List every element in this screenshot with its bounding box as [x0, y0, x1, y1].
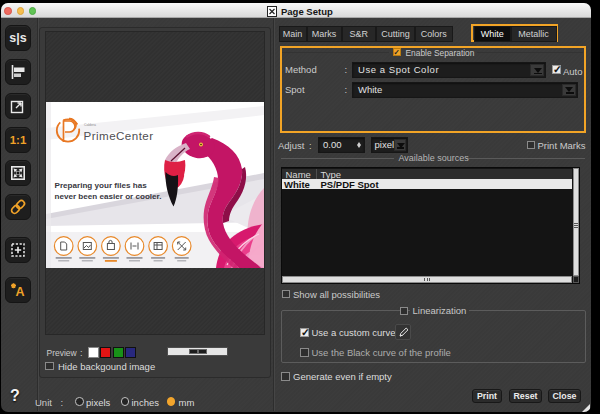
svg-text:A: A	[16, 285, 25, 299]
svg-text:never been easier or cooler.: never been easier or cooler.	[54, 192, 161, 201]
svg-text:Caldera: Caldera	[84, 123, 96, 127]
svg-text:Preparing your files has: Preparing your files has	[54, 181, 147, 190]
svg-text:PrimeCenter: PrimeCenter	[83, 129, 153, 142]
